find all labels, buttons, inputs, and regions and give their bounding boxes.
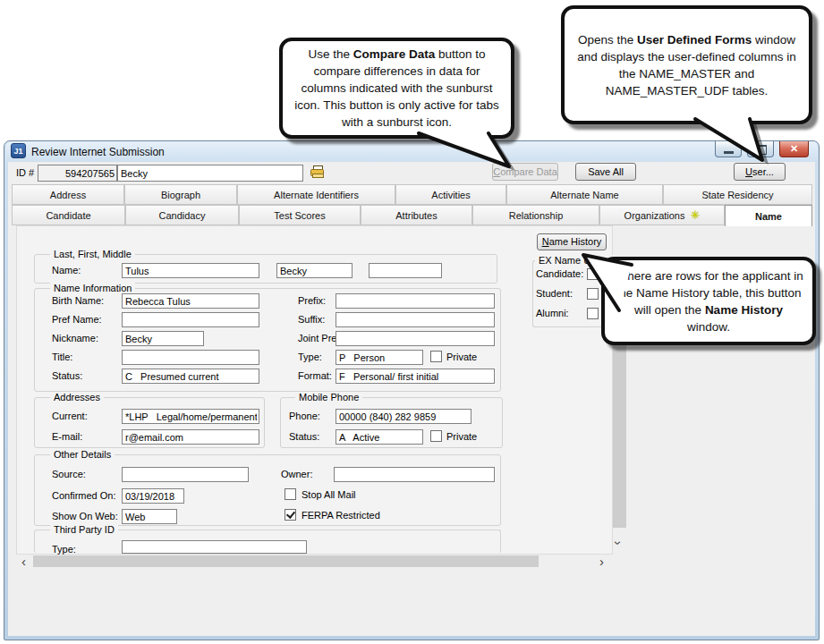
tab-test-scores[interactable]: Test Scores (239, 205, 361, 225)
joint-prefix-field[interactable] (336, 331, 495, 346)
stop-all-mail-label: Stop All Mail (302, 489, 356, 500)
tab-row-1: Address Biograph Alternate Identifiers A… (12, 184, 812, 205)
format-label: Format: (298, 370, 332, 381)
vertical-scrollbar-thumb[interactable] (613, 329, 626, 528)
third-party-type-field[interactable] (122, 540, 307, 554)
tab-row-2: Candidate Candidacy Test Scores Attribut… (12, 205, 812, 225)
callout-compare-data: Use the Compare Data button to compare d… (279, 38, 514, 139)
confirmed-on-field[interactable] (122, 488, 184, 504)
name-history-accel: N (542, 236, 549, 247)
first-name-field[interactable] (276, 263, 353, 278)
tab-organizations-label: Organizations (624, 210, 685, 221)
user-button[interactable]: User... (734, 163, 786, 181)
horizontal-scrollbar-thumb[interactable] (33, 555, 539, 567)
title-field[interactable] (122, 350, 259, 365)
id-number-field[interactable] (38, 165, 117, 182)
phone-field[interactable] (336, 409, 471, 424)
ferpa-restricted-label: FERPA Restricted (302, 510, 380, 521)
tab-candidacy[interactable]: Candidacy (125, 205, 239, 225)
phone-status-label: Status: (289, 431, 319, 442)
group-other-details-legend: Other Details (50, 449, 115, 460)
id-label: ID # (16, 167, 34, 178)
status-field[interactable] (122, 369, 259, 384)
last-name-field[interactable] (122, 263, 259, 278)
middle-name-field[interactable] (369, 263, 442, 278)
user-accel: U (745, 166, 752, 177)
tab-organizations[interactable]: Organizations ✳ (599, 205, 725, 225)
scroll-right-icon[interactable]: › (599, 555, 604, 568)
stop-all-mail-checkbox[interactable] (285, 488, 296, 500)
format-field[interactable] (336, 369, 495, 384)
tab-relationship[interactable]: Relationship (472, 205, 599, 225)
owner-label: Owner: (281, 469, 312, 479)
tab-activities[interactable]: Activities (395, 184, 506, 205)
tab-attributes[interactable]: Attributes (361, 205, 472, 225)
current-address-field[interactable] (122, 409, 259, 424)
nickname-field[interactable] (122, 331, 204, 346)
name-label: Name: (52, 265, 81, 275)
title-label: Title: (52, 352, 72, 362)
callout-compare-bold: Compare Data (353, 47, 436, 61)
tab-alternate-name[interactable]: Alternate Name (506, 184, 663, 205)
email-field[interactable] (122, 429, 259, 445)
applicant-name-field[interactable] (117, 165, 303, 182)
callout-history-text-2: window. (687, 320, 730, 334)
tab-state-residency[interactable]: State Residency (663, 184, 812, 205)
callout-udf-text-1: Opens the (578, 33, 637, 47)
print-icon[interactable] (310, 165, 327, 180)
type-private-checkbox[interactable] (430, 351, 442, 362)
tab-biograph[interactable]: Biograph (124, 184, 237, 205)
ex-candidate-checkbox[interactable] (587, 268, 599, 280)
ex-alumni-label: Alumni: (536, 308, 569, 318)
maximize-button[interactable] (747, 141, 774, 157)
callout-udf-bold: User Defined Forms (637, 33, 752, 47)
name-history-rest: ame History (549, 236, 602, 247)
tab-candidate[interactable]: Candidate (12, 205, 125, 225)
save-all-button[interactable]: Save All (575, 163, 636, 181)
tab-name[interactable]: Name (725, 205, 812, 226)
ferpa-restricted-checkbox[interactable] (285, 509, 296, 521)
close-button[interactable]: ✕ (779, 141, 809, 157)
confirmed-on-label: Confirmed On: (52, 490, 116, 501)
pref-name-label: Pref Name: (52, 314, 102, 325)
ex-alumni-checkbox[interactable] (587, 308, 599, 319)
ex-student-checkbox[interactable] (587, 288, 599, 300)
birth-name-label: Birth Name: (52, 295, 104, 306)
pref-name-field[interactable] (122, 312, 259, 327)
name-history-button[interactable]: Name History (537, 233, 607, 250)
tab-address[interactable]: Address (12, 184, 124, 205)
maximize-icon (756, 145, 767, 155)
compare-data-button[interactable]: Compare Data (492, 163, 558, 181)
prefix-field[interactable] (336, 293, 495, 309)
suffix-field[interactable] (336, 312, 495, 327)
show-on-web-label: Show On Web: (52, 511, 118, 521)
sunburst-icon: ✳ (690, 208, 700, 222)
scroll-down-icon[interactable]: › (612, 541, 624, 546)
screen: J1 Review Internet Submission ✕ ID # Com… (0, 0, 824, 644)
prefix-label: Prefix: (298, 295, 326, 306)
show-on-web-field[interactable] (122, 509, 177, 524)
tab-alternate-identifiers[interactable]: Alternate Identifiers (237, 184, 395, 205)
group-last-first-middle-legend: Last, First, Middle (50, 249, 135, 259)
ex-candidate-label: Candidate: (536, 268, 583, 279)
nickname-label: Nickname: (52, 333, 98, 343)
callout-name-history: If there are rows for the applicant in t… (601, 257, 816, 345)
current-address-label: Current: (52, 411, 88, 421)
user-rest: ser... (752, 166, 774, 177)
scroll-left-icon[interactable]: ‹ (21, 555, 26, 568)
email-label: E-mail: (52, 431, 82, 442)
source-label: Source: (52, 469, 86, 479)
phone-private-checkbox[interactable] (430, 430, 442, 442)
type-field[interactable] (336, 350, 423, 365)
close-icon: ✕ (790, 143, 798, 154)
birth-name-field[interactable] (122, 293, 259, 309)
callout-user-defined-forms: Opens the User Defined Forms window and … (561, 5, 812, 124)
phone-status-field[interactable] (336, 429, 423, 445)
window-title: Review Internet Submission (31, 146, 165, 158)
minimize-button[interactable] (715, 141, 742, 157)
phone-private-label: Private (446, 431, 477, 442)
compare-data-rest: ompare Data (500, 166, 557, 177)
source-field[interactable] (122, 467, 249, 482)
third-party-type-label: Type: (52, 544, 76, 555)
owner-field[interactable] (334, 467, 495, 482)
